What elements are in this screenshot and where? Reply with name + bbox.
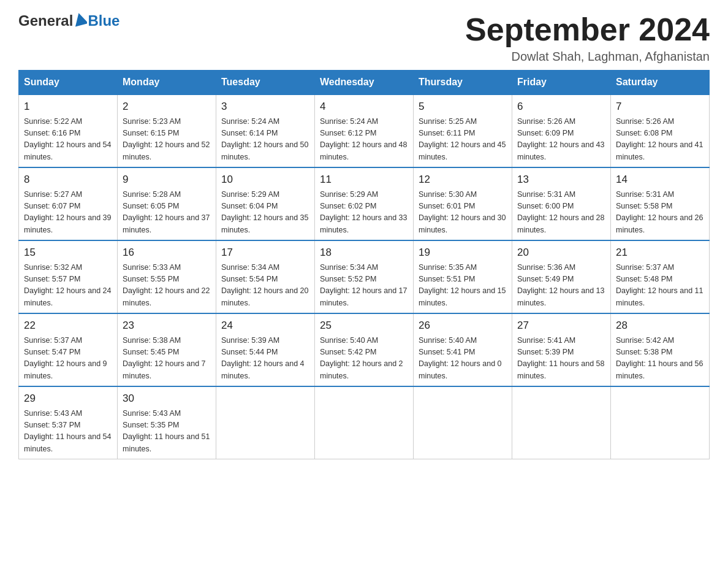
calendar-cell: 25Sunrise: 5:40 AMSunset: 5:42 PMDayligh… bbox=[315, 313, 414, 386]
day-info: Sunrise: 5:29 AMSunset: 6:04 PMDaylight:… bbox=[221, 189, 309, 237]
calendar-cell: 8Sunrise: 5:27 AMSunset: 6:07 PMDaylight… bbox=[19, 167, 118, 240]
day-info: Sunrise: 5:41 AMSunset: 5:39 PMDaylight:… bbox=[517, 335, 605, 383]
weekday-header-row: Sunday Monday Tuesday Wednesday Thursday… bbox=[19, 71, 710, 95]
day-info: Sunrise: 5:25 AMSunset: 6:11 PMDaylight:… bbox=[419, 116, 507, 164]
day-number: 7 bbox=[616, 99, 704, 115]
day-number: 25 bbox=[320, 318, 408, 334]
day-info: Sunrise: 5:31 AMSunset: 5:58 PMDaylight:… bbox=[616, 189, 704, 237]
day-info: Sunrise: 5:37 AMSunset: 5:48 PMDaylight:… bbox=[616, 262, 704, 310]
calendar-cell: 2Sunrise: 5:23 AMSunset: 6:15 PMDaylight… bbox=[118, 94, 216, 167]
day-info: Sunrise: 5:26 AMSunset: 6:08 PMDaylight:… bbox=[616, 116, 704, 164]
day-number: 27 bbox=[517, 318, 605, 334]
calendar-cell bbox=[414, 386, 512, 459]
day-info: Sunrise: 5:27 AMSunset: 6:07 PMDaylight:… bbox=[24, 189, 112, 237]
day-number: 5 bbox=[419, 99, 507, 115]
header-thursday: Thursday bbox=[414, 71, 512, 95]
day-number: 11 bbox=[320, 172, 408, 188]
calendar-cell: 30Sunrise: 5:43 AMSunset: 5:35 PMDayligh… bbox=[118, 386, 216, 459]
day-number: 30 bbox=[123, 391, 211, 407]
day-number: 8 bbox=[24, 172, 112, 188]
day-info: Sunrise: 5:42 AMSunset: 5:38 PMDaylight:… bbox=[616, 335, 704, 383]
day-number: 24 bbox=[221, 318, 309, 334]
calendar-table: Sunday Monday Tuesday Wednesday Thursday… bbox=[18, 70, 710, 459]
day-number: 3 bbox=[221, 99, 309, 115]
calendar-cell: 22Sunrise: 5:37 AMSunset: 5:47 PMDayligh… bbox=[19, 313, 118, 386]
week-row-5: 29Sunrise: 5:43 AMSunset: 5:37 PMDayligh… bbox=[19, 386, 710, 459]
day-number: 6 bbox=[517, 99, 605, 115]
day-info: Sunrise: 5:30 AMSunset: 6:01 PMDaylight:… bbox=[419, 189, 507, 237]
week-row-2: 8Sunrise: 5:27 AMSunset: 6:07 PMDaylight… bbox=[19, 167, 710, 240]
calendar-cell: 16Sunrise: 5:33 AMSunset: 5:55 PMDayligh… bbox=[118, 240, 216, 313]
logo-blue-text: Blue bbox=[88, 12, 119, 29]
day-info: Sunrise: 5:43 AMSunset: 5:35 PMDaylight:… bbox=[123, 408, 211, 456]
day-info: Sunrise: 5:32 AMSunset: 5:57 PMDaylight:… bbox=[24, 262, 112, 310]
page-header: General Blue September 2024 Dowlat Shah,… bbox=[18, 12, 710, 64]
calendar-cell: 3Sunrise: 5:24 AMSunset: 6:14 PMDaylight… bbox=[216, 94, 315, 167]
calendar-cell bbox=[611, 386, 710, 459]
day-number: 10 bbox=[221, 172, 309, 188]
week-row-3: 15Sunrise: 5:32 AMSunset: 5:57 PMDayligh… bbox=[19, 240, 710, 313]
day-info: Sunrise: 5:29 AMSunset: 6:02 PMDaylight:… bbox=[320, 189, 408, 237]
day-number: 15 bbox=[24, 245, 112, 261]
day-number: 28 bbox=[616, 318, 704, 334]
calendar-cell: 18Sunrise: 5:34 AMSunset: 5:52 PMDayligh… bbox=[315, 240, 414, 313]
day-number: 22 bbox=[24, 318, 112, 334]
calendar-cell: 7Sunrise: 5:26 AMSunset: 6:08 PMDaylight… bbox=[611, 94, 710, 167]
day-info: Sunrise: 5:31 AMSunset: 6:00 PMDaylight:… bbox=[517, 189, 605, 237]
day-info: Sunrise: 5:36 AMSunset: 5:49 PMDaylight:… bbox=[517, 262, 605, 310]
calendar-cell: 19Sunrise: 5:35 AMSunset: 5:51 PMDayligh… bbox=[414, 240, 512, 313]
day-number: 23 bbox=[123, 318, 211, 334]
calendar-cell: 5Sunrise: 5:25 AMSunset: 6:11 PMDaylight… bbox=[414, 94, 512, 167]
calendar-cell: 29Sunrise: 5:43 AMSunset: 5:37 PMDayligh… bbox=[19, 386, 118, 459]
day-info: Sunrise: 5:24 AMSunset: 6:12 PMDaylight:… bbox=[320, 116, 408, 164]
logo-triangle-icon bbox=[74, 13, 87, 29]
month-title: September 2024 bbox=[465, 12, 710, 47]
header-saturday: Saturday bbox=[611, 71, 710, 95]
week-row-4: 22Sunrise: 5:37 AMSunset: 5:47 PMDayligh… bbox=[19, 313, 710, 386]
calendar-cell: 4Sunrise: 5:24 AMSunset: 6:12 PMDaylight… bbox=[315, 94, 414, 167]
calendar-cell: 28Sunrise: 5:42 AMSunset: 5:38 PMDayligh… bbox=[611, 313, 710, 386]
day-info: Sunrise: 5:43 AMSunset: 5:37 PMDaylight:… bbox=[24, 408, 112, 456]
calendar-cell: 1Sunrise: 5:22 AMSunset: 6:16 PMDaylight… bbox=[19, 94, 118, 167]
day-info: Sunrise: 5:23 AMSunset: 6:15 PMDaylight:… bbox=[123, 116, 211, 164]
calendar-cell: 21Sunrise: 5:37 AMSunset: 5:48 PMDayligh… bbox=[611, 240, 710, 313]
day-info: Sunrise: 5:39 AMSunset: 5:44 PMDaylight:… bbox=[221, 335, 309, 383]
day-number: 19 bbox=[419, 245, 507, 261]
calendar-cell: 17Sunrise: 5:34 AMSunset: 5:54 PMDayligh… bbox=[216, 240, 315, 313]
day-info: Sunrise: 5:34 AMSunset: 5:52 PMDaylight:… bbox=[320, 262, 408, 310]
calendar-cell: 12Sunrise: 5:30 AMSunset: 6:01 PMDayligh… bbox=[414, 167, 512, 240]
day-info: Sunrise: 5:40 AMSunset: 5:41 PMDaylight:… bbox=[419, 335, 507, 383]
day-number: 21 bbox=[616, 245, 704, 261]
calendar-cell: 11Sunrise: 5:29 AMSunset: 6:02 PMDayligh… bbox=[315, 167, 414, 240]
day-info: Sunrise: 5:34 AMSunset: 5:54 PMDaylight:… bbox=[221, 262, 309, 310]
header-tuesday: Tuesday bbox=[216, 71, 315, 95]
week-row-1: 1Sunrise: 5:22 AMSunset: 6:16 PMDaylight… bbox=[19, 94, 710, 167]
day-number: 9 bbox=[123, 172, 211, 188]
day-info: Sunrise: 5:37 AMSunset: 5:47 PMDaylight:… bbox=[24, 335, 112, 383]
day-number: 2 bbox=[123, 99, 211, 115]
calendar-cell: 14Sunrise: 5:31 AMSunset: 5:58 PMDayligh… bbox=[611, 167, 710, 240]
logo-general-text: General bbox=[18, 12, 73, 29]
calendar-cell: 26Sunrise: 5:40 AMSunset: 5:41 PMDayligh… bbox=[414, 313, 512, 386]
calendar-cell: 6Sunrise: 5:26 AMSunset: 6:09 PMDaylight… bbox=[512, 94, 611, 167]
calendar-cell: 9Sunrise: 5:28 AMSunset: 6:05 PMDaylight… bbox=[118, 167, 216, 240]
day-number: 26 bbox=[419, 318, 507, 334]
day-number: 13 bbox=[517, 172, 605, 188]
calendar-cell bbox=[512, 386, 611, 459]
calendar-cell bbox=[315, 386, 414, 459]
calendar-cell: 27Sunrise: 5:41 AMSunset: 5:39 PMDayligh… bbox=[512, 313, 611, 386]
day-info: Sunrise: 5:35 AMSunset: 5:51 PMDaylight:… bbox=[419, 262, 507, 310]
calendar-cell: 10Sunrise: 5:29 AMSunset: 6:04 PMDayligh… bbox=[216, 167, 315, 240]
day-number: 29 bbox=[24, 391, 112, 407]
day-number: 16 bbox=[123, 245, 211, 261]
day-info: Sunrise: 5:38 AMSunset: 5:45 PMDaylight:… bbox=[123, 335, 211, 383]
day-number: 18 bbox=[320, 245, 408, 261]
day-number: 14 bbox=[616, 172, 704, 188]
location-subtitle: Dowlat Shah, Laghman, Afghanistan bbox=[465, 50, 710, 64]
logo: General Blue bbox=[18, 12, 119, 29]
calendar-cell: 15Sunrise: 5:32 AMSunset: 5:57 PMDayligh… bbox=[19, 240, 118, 313]
day-number: 4 bbox=[320, 99, 408, 115]
calendar-cell: 23Sunrise: 5:38 AMSunset: 5:45 PMDayligh… bbox=[118, 313, 216, 386]
calendar-cell: 13Sunrise: 5:31 AMSunset: 6:00 PMDayligh… bbox=[512, 167, 611, 240]
header-monday: Monday bbox=[118, 71, 216, 95]
